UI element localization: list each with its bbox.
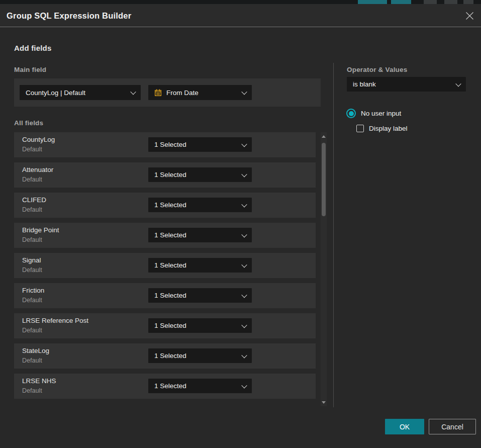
dialog-titlebar: Group SQL Expression Builder bbox=[0, 4, 481, 27]
cancel-button[interactable]: Cancel bbox=[429, 419, 476, 434]
field-row: LRSE Reference Post Default 1 Selected bbox=[14, 313, 316, 338]
operator-select-value: is blank bbox=[353, 80, 376, 88]
field-name: StateLog bbox=[22, 347, 49, 354]
field-selection-dropdown[interactable]: 1 Selected bbox=[148, 228, 252, 242]
field-type: Default bbox=[22, 146, 42, 153]
field-selection-dropdown[interactable]: 1 Selected bbox=[148, 379, 252, 393]
field-selection-dropdown[interactable]: 1 Selected bbox=[148, 198, 252, 212]
add-fields-heading: Add fields bbox=[14, 44, 52, 52]
main-field-panel: CountyLog | Default From Date bbox=[14, 78, 321, 107]
scrollbar-thumb[interactable] bbox=[322, 143, 326, 216]
field-select[interactable]: From Date bbox=[148, 85, 252, 100]
chevron-down-icon bbox=[241, 383, 247, 388]
all-fields-label: All fields bbox=[14, 119, 43, 127]
field-type: Default bbox=[22, 206, 42, 213]
field-selection-value: 1 Selected bbox=[154, 171, 186, 178]
chevron-down-icon bbox=[130, 89, 136, 95]
field-type: Default bbox=[22, 387, 42, 394]
field-name: LRSE NHS bbox=[22, 377, 56, 385]
field-name: Friction bbox=[22, 287, 44, 294]
field-selection-dropdown[interactable]: 1 Selected bbox=[148, 137, 252, 152]
field-row: Attenuator Default 1 Selected bbox=[14, 162, 316, 188]
field-type: Default bbox=[22, 357, 42, 364]
field-row: Signal Default 1 Selected bbox=[14, 253, 316, 278]
field-name: LRSE Reference Post bbox=[22, 317, 88, 324]
radio-selected-icon bbox=[346, 109, 356, 118]
scroll-up-icon bbox=[322, 135, 326, 138]
field-type: Default bbox=[22, 327, 42, 334]
dialog-title: Group SQL Expression Builder bbox=[7, 4, 131, 27]
chevron-down-icon bbox=[241, 262, 247, 267]
background-fragment bbox=[358, 0, 387, 4]
field-name: CLIFED bbox=[22, 196, 46, 204]
no-user-input-option[interactable]: No user input bbox=[346, 109, 401, 118]
layer-select-value: CountyLog | Default bbox=[26, 89, 85, 97]
field-selection-value: 1 Selected bbox=[154, 231, 186, 239]
list-scrollbar[interactable] bbox=[321, 132, 327, 406]
field-type: Default bbox=[22, 297, 42, 304]
chevron-down-icon bbox=[241, 352, 247, 358]
field-selection-value: 1 Selected bbox=[154, 292, 186, 299]
field-type: Default bbox=[22, 236, 42, 243]
field-selection-dropdown[interactable]: 1 Selected bbox=[148, 167, 252, 182]
operator-values-heading: Operator & Values bbox=[347, 66, 407, 73]
field-row: LRSE NHS Default 1 Selected bbox=[14, 374, 316, 399]
chevron-down-icon bbox=[241, 202, 247, 207]
close-icon bbox=[465, 12, 474, 20]
field-selection-value: 1 Selected bbox=[154, 382, 186, 390]
field-selection-value: 1 Selected bbox=[154, 201, 186, 209]
background-fragment bbox=[463, 0, 473, 4]
field-selection-dropdown[interactable]: 1 Selected bbox=[148, 288, 252, 303]
field-row: StateLog Default 1 Selected bbox=[14, 343, 316, 369]
field-type: Default bbox=[22, 176, 42, 183]
screen: Group SQL Expression Builder Add fields … bbox=[0, 0, 481, 448]
group-sql-expression-builder-dialog: Group SQL Expression Builder Add fields … bbox=[0, 4, 481, 448]
field-selection-value: 1 Selected bbox=[154, 261, 186, 269]
all-fields-list: CountyLog Default 1 Selected Attenuator … bbox=[14, 132, 316, 404]
background-fragment bbox=[391, 0, 411, 4]
field-name: CountyLog bbox=[22, 136, 55, 143]
chevron-down-icon bbox=[241, 141, 247, 147]
scroll-down-icon bbox=[322, 401, 326, 404]
panel-divider bbox=[333, 63, 334, 407]
scroll-up-button[interactable] bbox=[321, 133, 327, 139]
field-selection-value: 1 Selected bbox=[154, 322, 186, 329]
field-selection-dropdown[interactable]: 1 Selected bbox=[148, 348, 252, 363]
background-toolbar-fragment bbox=[0, 0, 481, 4]
no-user-input-label: No user input bbox=[361, 110, 401, 117]
checkbox-unchecked-icon bbox=[356, 125, 364, 132]
close-button[interactable] bbox=[464, 11, 474, 21]
field-row: CountyLog Default 1 Selected bbox=[14, 132, 316, 157]
field-selection-dropdown[interactable]: 1 Selected bbox=[148, 318, 252, 333]
ok-button[interactable]: OK bbox=[385, 419, 424, 434]
field-type: Default bbox=[22, 266, 42, 274]
field-selection-value: 1 Selected bbox=[154, 141, 186, 148]
field-name: Attenuator bbox=[22, 166, 53, 173]
field-selection-value: 1 Selected bbox=[154, 352, 186, 360]
chevron-down-icon bbox=[241, 292, 247, 298]
chevron-down-icon bbox=[455, 81, 461, 86]
display-label-option[interactable]: Display label bbox=[356, 125, 408, 132]
display-label-label: Display label bbox=[369, 125, 408, 132]
field-row: Bridge Point Default 1 Selected bbox=[14, 223, 316, 248]
field-row: CLIFED Default 1 Selected bbox=[14, 193, 316, 218]
chevron-down-icon bbox=[241, 322, 247, 328]
field-select-value: From Date bbox=[166, 89, 199, 97]
field-name: Bridge Point bbox=[22, 226, 59, 234]
calendar-icon bbox=[154, 89, 162, 97]
scroll-down-button[interactable] bbox=[321, 399, 327, 405]
operator-select[interactable]: is blank bbox=[347, 77, 466, 92]
field-name: Signal bbox=[22, 256, 41, 264]
layer-select[interactable]: CountyLog | Default bbox=[20, 85, 141, 100]
chevron-down-icon bbox=[241, 89, 247, 95]
chevron-down-icon bbox=[241, 232, 247, 237]
chevron-down-icon bbox=[241, 171, 247, 177]
background-fragment bbox=[424, 0, 437, 4]
field-row: Friction Default 1 Selected bbox=[14, 283, 316, 308]
main-field-label: Main field bbox=[14, 66, 46, 73]
background-fragment bbox=[444, 0, 457, 4]
field-selection-dropdown[interactable]: 1 Selected bbox=[148, 258, 252, 273]
